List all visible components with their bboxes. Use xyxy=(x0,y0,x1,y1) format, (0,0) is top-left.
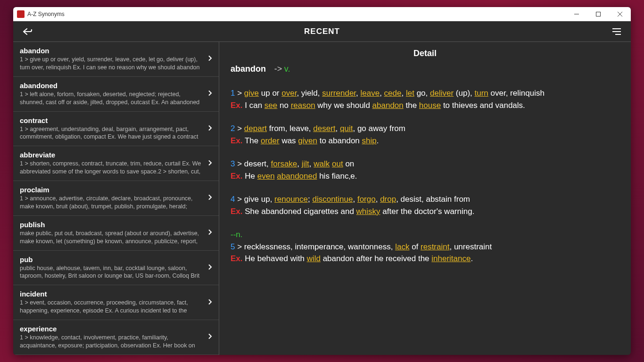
synonym-link[interactable]: whisky xyxy=(356,207,380,216)
list-item-title: incident xyxy=(20,290,212,298)
list-item-desc: 1 > knowledge, contact, involvement, pra… xyxy=(20,334,212,350)
synonym-link[interactable]: abandon xyxy=(372,101,404,110)
chevron-right-icon xyxy=(208,299,212,306)
chevron-right-icon xyxy=(208,334,212,341)
window-controls xyxy=(566,7,631,21)
synonym-link[interactable]: leave xyxy=(361,89,380,98)
sense-group: 2 > depart from, leave, desert, quit, go… xyxy=(231,123,619,147)
list-item[interactable]: publishmake public, put out, broadcast, … xyxy=(13,216,219,251)
sense-group: 1 > give up or over, yield, surrender, l… xyxy=(231,87,619,111)
synonym-link[interactable]: quit xyxy=(340,124,353,133)
synonym-link[interactable]: surrender xyxy=(322,89,356,98)
close-button[interactable] xyxy=(609,7,631,21)
sense-group: 3 > desert, forsake, jilt, walk out onEx… xyxy=(231,158,619,182)
sense-group: 5 > recklessness, intemperance, wantonne… xyxy=(231,241,619,265)
list-item-desc: 1 > give up or over, yield, surrender, l… xyxy=(20,56,212,72)
list-item-title: contract xyxy=(20,116,212,124)
detail-panel: Detail abandon -> v. 1 > give up or over… xyxy=(219,42,631,355)
synonym-link[interactable]: ship xyxy=(362,136,377,145)
example-label: Ex. xyxy=(231,207,243,216)
example-label: Ex. xyxy=(231,172,243,181)
sense-line: 1 > give up or over, yield, surrender, l… xyxy=(231,87,619,99)
list-item[interactable]: pubpublic house, alehouse, tavern, inn, … xyxy=(13,251,219,286)
maximize-button[interactable] xyxy=(587,7,609,21)
chevron-right-icon xyxy=(208,90,212,98)
list-item[interactable]: contract1 > agreement, understanding, de… xyxy=(13,112,219,147)
chevron-right-icon xyxy=(208,160,212,167)
chevron-right-icon xyxy=(208,125,212,132)
list-item-title: proclaim xyxy=(20,186,212,194)
synonym-link[interactable]: walk xyxy=(314,159,330,168)
app-header: RECENT xyxy=(13,21,631,42)
list-item-desc: 1 > announce, advertise, circulate, decl… xyxy=(20,195,212,211)
synonym-link[interactable]: give xyxy=(244,89,259,98)
synonym-link[interactable]: even xyxy=(257,172,275,181)
app-window: A-Z Synonyms RECENT abandon1 > give up o… xyxy=(13,7,631,355)
synonym-link[interactable]: jilt xyxy=(302,159,309,168)
synonym-link[interactable]: deliver xyxy=(430,89,454,98)
menu-button[interactable] xyxy=(607,23,626,40)
list-item[interactable]: proclaim1 > announce, advertise, circula… xyxy=(13,181,219,216)
chevron-right-icon xyxy=(208,195,212,202)
synonym-link[interactable]: desert xyxy=(313,124,335,133)
list-item-title: abandoned xyxy=(20,82,212,90)
list-item[interactable]: abandon1 > give up or over, yield, surre… xyxy=(13,42,219,77)
synonym-link[interactable]: abandoned xyxy=(277,172,317,181)
example-line: Ex. She abandoned cigarettes and whisky … xyxy=(231,206,619,218)
synonym-link[interactable]: out xyxy=(332,159,343,168)
list-item-desc: public house, alehouse, tavern, inn, bar… xyxy=(20,264,212,280)
part-of-speech-2: --n. xyxy=(231,229,619,241)
synonym-link[interactable]: discontinue xyxy=(312,195,353,204)
list-item-title: publish xyxy=(20,221,212,229)
synonym-link[interactable]: house xyxy=(419,101,441,110)
synonym-link[interactable]: lack xyxy=(395,242,409,251)
minimize-button[interactable] xyxy=(566,7,587,21)
list-item-title: experience xyxy=(20,325,212,333)
chevron-right-icon xyxy=(208,56,212,63)
synonym-link[interactable]: depart xyxy=(244,124,267,133)
arrow-icon: -> xyxy=(274,64,282,74)
sidebar[interactable]: abandon1 > give up or over, yield, surre… xyxy=(13,42,219,355)
synonym-link[interactable]: let xyxy=(406,89,414,98)
synonym-link[interactable]: forsake xyxy=(271,159,297,168)
window-title: A-Z Synonyms xyxy=(27,11,566,17)
example-label: Ex. xyxy=(231,101,243,110)
synonym-link[interactable]: over xyxy=(281,89,297,98)
sense-line: 5 > recklessness, intemperance, wantonne… xyxy=(231,241,619,253)
sense-line: 3 > desert, forsake, jilt, walk out on xyxy=(231,158,619,170)
detail-header: Detail xyxy=(231,49,619,58)
example-label: Ex. xyxy=(231,254,243,263)
synonym-link[interactable]: wild xyxy=(307,254,321,263)
content-area: abandon1 > give up or over, yield, surre… xyxy=(13,42,631,355)
part-of-speech: v. xyxy=(284,64,290,74)
detail-body: 1 > give up or over, yield, surrender, l… xyxy=(231,87,619,265)
synonym-link[interactable]: drop xyxy=(380,195,396,204)
list-item-desc: make public, put out, broadcast, spread … xyxy=(20,230,212,246)
app-icon xyxy=(17,10,25,18)
list-item[interactable]: experience1 > knowledge, contact, involv… xyxy=(13,320,219,355)
titlebar: A-Z Synonyms xyxy=(13,7,631,21)
synonym-link[interactable]: cede xyxy=(384,89,402,98)
synonym-link[interactable]: restraint xyxy=(421,242,449,251)
list-item[interactable]: incident1 > event, occasion, occurrence,… xyxy=(13,285,219,320)
synonym-link[interactable]: order xyxy=(261,136,280,145)
synonym-link[interactable]: turn xyxy=(475,89,488,98)
back-button[interactable] xyxy=(18,23,37,40)
synonym-link[interactable]: inheritance xyxy=(431,254,471,263)
synonym-link[interactable]: given xyxy=(298,136,317,145)
example-label: Ex. xyxy=(231,136,243,145)
example-line: Ex. I can see no reason why we should ab… xyxy=(231,99,619,112)
list-item-desc: 1 > left alone, forlorn, forsaken, deser… xyxy=(20,90,212,107)
list-item[interactable]: abbreviate1 > shorten, compress, contrac… xyxy=(13,146,219,181)
svg-rect-0 xyxy=(596,12,601,16)
example-line: Ex. He even abandoned his fianc‚e. xyxy=(231,170,619,182)
synonym-link[interactable]: reason xyxy=(291,101,315,110)
detail-word: abandon xyxy=(231,64,266,74)
list-item[interactable]: abandoned1 > left alone, forlorn, forsak… xyxy=(13,77,219,112)
synonym-link[interactable]: see xyxy=(264,101,277,110)
example-line: Ex. He behaved with wild abandon after h… xyxy=(231,253,619,265)
sense-line: 4 > give up, renounce; discontinue, forg… xyxy=(231,193,619,206)
example-line: Ex. The order was given to abandon ship. xyxy=(231,135,619,147)
synonym-link[interactable]: forgo xyxy=(357,195,376,204)
synonym-link[interactable]: renounce xyxy=(274,195,308,204)
